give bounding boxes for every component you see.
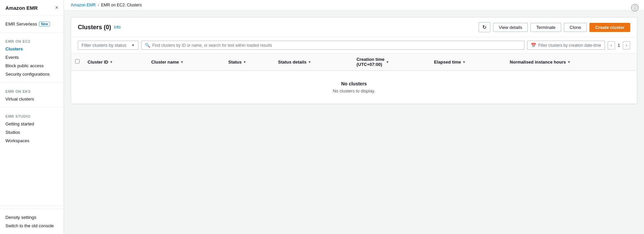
sort-cluster-id-icon[interactable]: ▼	[109, 60, 113, 64]
main-content: Amazon EMR › EMR on EC2: Clusters Cluste…	[64, 0, 644, 234]
sidebar-item-label-events: Events	[5, 55, 19, 60]
sidebar-item-block-public-access[interactable]: Block public access	[0, 62, 64, 70]
sidebar-section-emr-studio: EMR Studio Getting started Studios Works…	[0, 110, 64, 146]
refresh-icon: ↻	[482, 24, 487, 30]
sidebar-section-label-emr-studio: EMR Studio	[0, 114, 64, 120]
sidebar-item-getting-started[interactable]: Getting started	[0, 120, 64, 128]
table-empty-row: No clusters No clusters to display.	[71, 71, 637, 104]
filter-status-placeholder: Filter clusters by status	[82, 43, 126, 48]
th-status-label: Status	[228, 60, 242, 65]
panel-actions: ↻ View details Terminate Clone Create cl…	[479, 22, 630, 32]
date-filter-dropdown[interactable]: 📅 Filter clusters by creation date-time	[527, 41, 605, 50]
clusters-panel: Clusters (0) Info ↻ View details Termina…	[71, 17, 637, 104]
filter-status-dropdown[interactable]: Filter clusters by status ▼	[78, 41, 138, 50]
th-cluster-id: Cluster ID ▼	[84, 53, 147, 71]
create-cluster-button[interactable]: Create cluster	[589, 23, 630, 32]
date-filter-placeholder: Filter clusters by creation date-time	[538, 43, 601, 48]
th-elapsed-time: Elapsed time ▼	[430, 53, 506, 71]
sidebar-item-label-clusters: Clusters	[5, 46, 23, 51]
page-number: 1	[616, 43, 621, 48]
sidebar-bottom-label-density: Density settings	[5, 215, 36, 220]
toolbar-row: Filter clusters by status ▼ 🔍 📅 Filter c…	[71, 37, 637, 53]
search-input[interactable]	[152, 43, 521, 48]
th-status-details: Status details ▼	[274, 53, 352, 71]
breadcrumb-current: EMR on EC2: Clusters	[101, 3, 142, 7]
sort-cluster-name-icon[interactable]: ▼	[180, 60, 184, 64]
th-cluster-id-label: Cluster ID	[88, 60, 108, 65]
select-all-checkbox[interactable]	[75, 59, 79, 64]
sidebar-item-density-settings[interactable]: Density settings	[0, 213, 64, 222]
content-area: Clusters (0) Info ↻ View details Termina…	[64, 10, 644, 234]
calendar-icon: 📅	[531, 43, 536, 48]
panel-header: Clusters (0) Info ↻ View details Termina…	[71, 17, 637, 37]
sort-elapsed-time-icon[interactable]: ▼	[462, 60, 466, 64]
panel-title-row: Clusters (0) Info	[78, 24, 121, 31]
sidebar-section-emr-eks: EMR on EKS Virtual clusters	[0, 85, 64, 105]
search-icon: 🔍	[145, 43, 150, 48]
th-cluster-name-label: Cluster name	[151, 60, 179, 65]
panel-title-text: Clusters	[78, 24, 102, 31]
sidebar-item-clusters[interactable]: Clusters	[0, 45, 64, 53]
sidebar-section-emr-serverless: EMR Serverless New	[0, 16, 64, 30]
sidebar-item-studios[interactable]: Studios	[0, 128, 64, 136]
th-creation-time: Creation time (UTC+07:00) ▼	[352, 53, 430, 71]
sidebar-item-label-studios: Studios	[5, 130, 20, 135]
sidebar-item-emr-serverless[interactable]: EMR Serverless New	[0, 20, 64, 28]
sidebar-header: Amazon EMR ×	[0, 0, 64, 16]
terminate-button[interactable]: Terminate	[530, 23, 561, 32]
sidebar-divider-2	[0, 82, 64, 83]
th-checkbox	[71, 53, 84, 71]
sidebar-item-security-configurations[interactable]: Security configurations	[0, 70, 64, 78]
th-creation-time-label: Creation time (UTC+07:00)	[356, 57, 384, 67]
sidebar-item-label-getting-started: Getting started	[5, 121, 34, 126]
badge-new: New	[39, 22, 50, 27]
sidebar-bottom: Density settings Switch to the old conso…	[0, 209, 64, 234]
th-normalised-hours-label: Normalised instance hours	[510, 60, 566, 65]
sidebar-item-events[interactable]: Events	[0, 53, 64, 62]
sort-normalised-hours-icon[interactable]: ▼	[567, 60, 571, 64]
sidebar-title: Amazon EMR	[5, 5, 38, 11]
next-page-button[interactable]: ›	[623, 41, 630, 49]
empty-subtitle: No clusters to display.	[81, 88, 627, 93]
sidebar-bottom-label-switch: Switch to the old console	[5, 223, 54, 228]
sort-creation-time-icon[interactable]: ▼	[386, 60, 389, 64]
panel-title: Clusters (0)	[78, 24, 111, 31]
th-normalised-hours: Normalised instance hours ▼	[506, 53, 637, 71]
pagination: ‹ 1 ›	[608, 41, 630, 49]
sidebar-item-label-emr-serverless: EMR Serverless	[5, 22, 37, 27]
sidebar-item-workspaces[interactable]: Workspaces	[0, 136, 64, 145]
sidebar-divider-bottom	[0, 206, 64, 206]
chevron-down-icon: ▼	[131, 43, 135, 47]
sidebar-section-emr-ec2: EMR on EC2 Clusters Events Block public …	[0, 35, 64, 80]
help-info-button[interactable]: ⓘ	[631, 4, 639, 11]
table-header-row: Cluster ID ▼ Cluster name ▼	[71, 53, 637, 71]
breadcrumb: Amazon EMR › EMR on EC2: Clusters	[64, 0, 644, 10]
sidebar-item-label-security-configurations: Security configurations	[5, 72, 50, 77]
close-icon[interactable]: ×	[55, 5, 58, 11]
th-status: Status ▼	[224, 53, 274, 71]
sort-status-details-icon[interactable]: ▼	[308, 60, 311, 64]
sidebar-item-switch-old-console[interactable]: Switch to the old console	[0, 222, 64, 230]
prev-page-button[interactable]: ‹	[608, 41, 615, 49]
sidebar-item-label-workspaces: Workspaces	[5, 138, 29, 143]
sidebar-divider-1	[0, 32, 64, 33]
view-details-button[interactable]: View details	[493, 23, 528, 32]
breadcrumb-home[interactable]: Amazon EMR	[71, 3, 96, 7]
th-cluster-name: Cluster name ▼	[147, 53, 224, 71]
sidebar-item-label-virtual-clusters: Virtual clusters	[5, 96, 34, 102]
sidebar-item-virtual-clusters[interactable]: Virtual clusters	[0, 95, 64, 103]
th-elapsed-time-label: Elapsed time	[434, 60, 461, 65]
panel-count: (0)	[104, 24, 111, 31]
refresh-button[interactable]: ↻	[479, 22, 490, 32]
empty-title: No clusters	[81, 81, 627, 86]
breadcrumb-separator: ›	[98, 3, 99, 7]
clusters-table: Cluster ID ▼ Cluster name ▼	[71, 53, 637, 104]
clone-button[interactable]: Clone	[564, 23, 587, 32]
info-link[interactable]: Info	[114, 25, 121, 30]
search-box: 🔍	[141, 41, 524, 50]
sidebar-item-label-block-public-access: Block public access	[5, 63, 43, 68]
sidebar: Amazon EMR × EMR Serverless New EMR on E…	[0, 0, 64, 234]
sidebar-divider-3	[0, 107, 64, 108]
sort-status-icon[interactable]: ▼	[243, 60, 247, 64]
th-status-details-label: Status details	[278, 60, 307, 65]
